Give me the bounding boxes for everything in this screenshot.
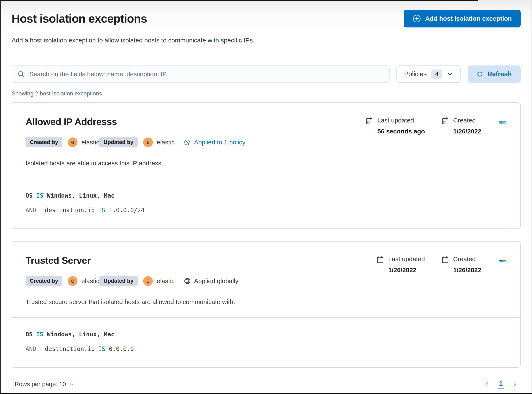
criteria-value: Windows, Linux, Mac: [47, 331, 114, 338]
plus-in-circle-icon: [413, 14, 421, 23]
updated-by-user: elastic: [157, 277, 175, 285]
refresh-button[interactable]: Refresh: [468, 65, 521, 83]
search-box[interactable]: [12, 65, 390, 83]
window-top-edge: [1, 0, 478, 1]
chevron-down-icon: [447, 71, 453, 77]
criteria-conjunction: AND: [26, 207, 36, 214]
chevron-down-icon: [69, 382, 74, 387]
criteria-operator: IS: [36, 192, 43, 199]
results-summary: Showing 2 host isolation exceptions: [12, 90, 521, 97]
page-number-1[interactable]: 1: [498, 380, 504, 389]
created-value: 1/26/2022: [453, 128, 481, 135]
updated-by-badge: Updated by: [99, 137, 138, 147]
header-divider: [12, 55, 521, 55]
applied-label: Applied to 1 policy: [194, 139, 246, 146]
created-by-user: elastic: [81, 277, 99, 285]
criteria-section: OS IS Windows, Linux, Mac AND destinatio…: [12, 179, 520, 228]
avatar: e: [68, 276, 77, 286]
last-updated-value: 1/26/2022: [388, 266, 425, 274]
updated-by-user: elastic: [157, 139, 175, 146]
partial-circle-icon: [184, 139, 191, 146]
created-label: Created: [453, 117, 481, 124]
criteria-field: OS: [26, 331, 33, 338]
refresh-icon: [476, 71, 483, 78]
calendar-icon: [441, 117, 449, 125]
card-header-left: Trusted Server Created by e elastic Upda…: [26, 253, 238, 306]
criteria-value: Windows, Linux, Mac: [47, 192, 114, 199]
page-subtitle: Add a host isolation exception to allow …: [12, 37, 521, 44]
updated-by-badge: Updated by: [99, 276, 138, 286]
criteria-value: 0.0.0.0: [109, 345, 134, 353]
applied-to-policy-link[interactable]: Applied to 1 policy: [184, 139, 246, 146]
policies-count-badge: 4: [431, 69, 442, 79]
card-actions-menu-button[interactable]: [498, 118, 507, 127]
previous-page-button[interactable]: [483, 381, 491, 388]
last-updated-meta: Last updated 56 seconds ago: [365, 117, 425, 135]
card-header: Trusted Server Created by e elastic Upda…: [12, 242, 520, 317]
avatar: e: [143, 137, 153, 147]
criteria-field: OS: [26, 192, 33, 199]
pagination: 1: [483, 380, 518, 389]
avatar: e: [68, 137, 77, 147]
created-label: Created: [453, 255, 481, 263]
created-meta: Created 1/26/2022: [441, 117, 481, 135]
rows-per-page-selector[interactable]: Rows per page: 10: [15, 381, 74, 388]
calendar-icon: [365, 117, 373, 125]
card-meta: Last updated 1/26/2022 Created 1/26/2022: [377, 253, 507, 274]
chevron-right-icon: [512, 381, 518, 388]
host-isolation-exceptions-page: Host isolation exceptions Add host isola…: [1, 0, 532, 389]
add-host-isolation-exception-button[interactable]: Add host isolation exception: [404, 10, 521, 27]
add-button-label: Add host isolation exception: [425, 15, 512, 22]
globe-icon: [184, 278, 191, 285]
rows-per-page-label: Rows per page: 10: [15, 381, 66, 388]
criteria-line: AND destination.ip IS 0.0.0.0: [26, 345, 507, 353]
avatar: e: [143, 276, 153, 286]
calendar-icon: [441, 256, 449, 264]
badge-row: Created by e elastic Updated by e elasti…: [26, 137, 246, 147]
card-header-left: Allowed IP Addresss Created by e elastic…: [26, 114, 246, 167]
card-meta: Last updated 56 seconds ago Created 1/26…: [365, 114, 507, 135]
criteria-line: OS IS Windows, Linux, Mac: [26, 331, 507, 338]
boxes-horizontal-icon: [499, 119, 506, 126]
app-window: Host isolation exceptions Add host isola…: [0, 0, 532, 394]
created-by-badge: Created by: [26, 137, 62, 147]
criteria-line: AND destination.ip IS 1.0.0.0/24: [26, 207, 507, 214]
applied-label: Applied globally: [194, 277, 238, 285]
created-by-user: elastic: [81, 139, 99, 146]
criteria-value: 1.0.0.0/24: [109, 207, 145, 214]
last-updated-label: Last updated: [377, 117, 425, 124]
search-input[interactable]: [29, 71, 384, 78]
boxes-horizontal-icon: [499, 258, 506, 265]
last-updated-meta: Last updated 1/26/2022: [377, 255, 425, 274]
card-header: Allowed IP Addresss Created by e elastic…: [12, 103, 520, 179]
calendar-icon: [377, 256, 384, 264]
criteria-line: OS IS Windows, Linux, Mac: [26, 192, 507, 199]
list-footer: Rows per page: 10 1: [12, 380, 521, 389]
criteria-operator: IS: [98, 207, 105, 214]
search-icon: [17, 71, 25, 78]
last-updated-value: 56 seconds ago: [377, 128, 425, 135]
next-page-button[interactable]: [511, 381, 518, 388]
policies-filter-button[interactable]: Policies 4: [397, 65, 461, 83]
exception-card-trusted-server: Trusted Server Created by e elastic Upda…: [12, 241, 521, 368]
applied-globally-indicator: Applied globally: [184, 277, 238, 285]
refresh-label: Refresh: [487, 70, 512, 78]
created-by-badge: Created by: [26, 276, 62, 286]
criteria-section: OS IS Windows, Linux, Mac AND destinatio…: [12, 317, 520, 367]
criteria-conjunction: AND: [26, 345, 36, 353]
exception-title: Trusted Server: [26, 255, 238, 266]
exception-card-allowed-ip: Allowed IP Addresss Created by e elastic…: [12, 102, 521, 229]
exception-title: Allowed IP Addresss: [26, 116, 246, 127]
exception-description: Trusted secure server that isolated host…: [26, 298, 238, 306]
last-updated-label: Last updated: [388, 255, 425, 263]
created-meta: Created 1/26/2022: [441, 255, 481, 274]
criteria-field: destination.ip: [45, 207, 95, 214]
criteria-operator: IS: [98, 345, 105, 353]
toolbar: Policies 4 Refresh: [12, 65, 521, 83]
page-title: Host isolation exceptions: [12, 12, 147, 25]
created-value: 1/26/2022: [453, 266, 481, 274]
page-header: Host isolation exceptions Add host isola…: [12, 0, 521, 27]
exception-description: Isolated hosts are able to access this I…: [26, 160, 246, 167]
criteria-operator: IS: [36, 331, 43, 338]
card-actions-menu-button[interactable]: [498, 257, 507, 266]
